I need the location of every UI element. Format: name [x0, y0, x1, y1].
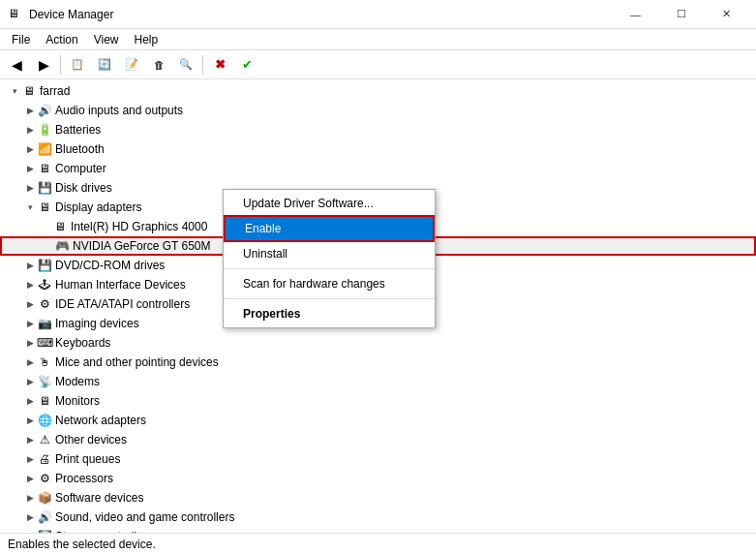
expander-bluetooth[interactable]: ▶ [23, 141, 37, 157]
tree-item-computer[interactable]: ▶🖥Computer [0, 159, 756, 178]
icon-sound: 🔊 [37, 509, 52, 525]
expander-ide[interactable]: ▶ [23, 296, 37, 312]
icon-batteries: 🔋 [37, 122, 52, 138]
label-farrad: farrad [40, 84, 756, 98]
icon-intel: 🖥 [52, 219, 68, 234]
label-processors: Processors [55, 472, 756, 485]
ctx-sep-scan [224, 298, 435, 299]
expander-nvidia [41, 238, 54, 254]
icon-display: 🖥 [37, 200, 52, 215]
tree-item-other[interactable]: ▶⚠Other devices [0, 430, 756, 449]
menu-action[interactable]: Action [38, 31, 85, 48]
icon-nvidia: 🎮 [54, 238, 70, 254]
forward-button[interactable]: ▶ [31, 53, 56, 77]
expander-intel [39, 219, 52, 234]
icon-modems: 📡 [37, 374, 52, 389]
tree-item-farrad[interactable]: ▾🖥farrad [0, 81, 756, 101]
maximize-button[interactable]: ☐ [659, 0, 703, 29]
label-computer: Computer [55, 162, 756, 175]
icon-imaging: 📷 [37, 316, 52, 331]
icon-software: 📦 [37, 490, 52, 506]
icon-dvd: 💾 [37, 258, 52, 273]
expander-software[interactable]: ▶ [23, 490, 37, 506]
toolbar-sep-1 [60, 55, 61, 75]
window-controls: — ☐ ✕ [614, 0, 748, 29]
icon-keyboard: ⌨ [37, 335, 52, 351]
menu-view[interactable]: View [86, 31, 127, 48]
tree-item-sound[interactable]: ▶🔊Sound, video and game controllers [0, 508, 756, 527]
expander-audio[interactable]: ▶ [23, 103, 37, 118]
close-button[interactable]: ✕ [705, 0, 748, 29]
expander-farrad[interactable]: ▾ [8, 83, 21, 99]
title-bar: 🖥 Device Manager — ☐ ✕ [0, 0, 756, 29]
tree-item-mice[interactable]: ▶🖱Mice and other pointing devices [0, 353, 756, 372]
icon-storage: 💽 [37, 529, 52, 533]
ctx-update[interactable]: Update Driver Software... [224, 192, 435, 215]
update-driver-button[interactable]: 🔄 [92, 53, 117, 77]
expander-mice[interactable]: ▶ [23, 354, 37, 370]
status-bar: Enables the selected device. [0, 533, 756, 554]
label-audio: Audio inputs and outputs [55, 104, 756, 117]
tree-item-monitors[interactable]: ▶🖥Monitors [0, 391, 756, 411]
expander-hid[interactable]: ▶ [23, 277, 37, 292]
expander-imaging[interactable]: ▶ [23, 316, 37, 331]
icon-processors: ⚙ [37, 471, 52, 486]
back-button[interactable]: ◀ [4, 53, 29, 77]
menu-help[interactable]: Help [127, 31, 166, 48]
tree-item-bluetooth[interactable]: ▶📶Bluetooth [0, 139, 756, 159]
icon-computer: 🖥 [37, 161, 52, 176]
label-sound: Sound, video and game controllers [55, 510, 756, 524]
menu-bar: FileActionViewHelp [0, 29, 756, 50]
label-mice: Mice and other pointing devices [55, 355, 756, 369]
expander-other[interactable]: ▶ [23, 432, 37, 447]
expander-network[interactable]: ▶ [23, 413, 37, 428]
expander-processors[interactable]: ▶ [23, 471, 37, 486]
tree-item-batteries[interactable]: ▶🔋Batteries [0, 120, 756, 139]
expander-monitors[interactable]: ▶ [23, 393, 37, 409]
icon-disk: 💾 [37, 180, 52, 196]
expander-storage[interactable]: ▶ [23, 529, 37, 533]
icon-audio: 🔊 [37, 103, 52, 118]
expander-keyboard[interactable]: ▶ [23, 335, 37, 351]
ctx-properties[interactable]: Properties [224, 302, 435, 325]
properties-button[interactable]: 📋 [65, 53, 90, 77]
expander-batteries[interactable]: ▶ [23, 122, 37, 138]
tree-item-network[interactable]: ▶🌐Network adapters [0, 411, 756, 430]
label-storage: Storage controllers [55, 530, 756, 533]
expander-display[interactable]: ▾ [23, 200, 37, 215]
context-menu: Update Driver Software...EnableUninstall… [223, 189, 436, 328]
expander-disk[interactable]: ▶ [23, 180, 37, 196]
ctx-uninstall[interactable]: Uninstall [224, 242, 435, 265]
scan-button[interactable]: 🔍 [173, 53, 198, 77]
icon-monitors: 🖥 [37, 393, 52, 409]
ctx-sep-uninstall [224, 268, 435, 269]
app-icon: 🖥 [8, 7, 23, 22]
tree-item-modems[interactable]: ▶📡Modems [0, 372, 756, 391]
tree-item-audio[interactable]: ▶🔊Audio inputs and outputs [0, 101, 756, 120]
tree-item-keyboard[interactable]: ▶⌨Keyboards [0, 333, 756, 353]
expander-modems[interactable]: ▶ [23, 374, 37, 389]
toolbar: ◀ ▶ 📋 🔄 📝 🗑 🔍 ✖ ✔ [0, 50, 756, 79]
enable-button[interactable]: 📝 [119, 53, 144, 77]
tree-item-print[interactable]: ▶🖨Print queues [0, 449, 756, 469]
tree-item-processors[interactable]: ▶⚙Processors [0, 469, 756, 488]
expander-print[interactable]: ▶ [23, 451, 37, 467]
expander-dvd[interactable]: ▶ [23, 258, 37, 273]
window-title: Device Manager [29, 8, 614, 21]
minimize-button[interactable]: — [614, 0, 657, 29]
expander-computer[interactable]: ▶ [23, 161, 37, 176]
red-x-button[interactable]: ✖ [207, 53, 232, 77]
expander-sound[interactable]: ▶ [23, 509, 37, 525]
green-check-button[interactable]: ✔ [234, 53, 259, 77]
label-network: Network adapters [55, 414, 756, 427]
icon-farrad: 🖥 [21, 83, 37, 99]
label-batteries: Batteries [55, 123, 756, 137]
tree-item-storage[interactable]: ▶💽Storage controllers [0, 527, 756, 533]
uninstall-button[interactable]: 🗑 [146, 53, 171, 77]
label-keyboard: Keyboards [55, 336, 756, 350]
ctx-enable[interactable]: Enable [224, 215, 435, 242]
label-modems: Modems [55, 375, 756, 388]
ctx-scan[interactable]: Scan for hardware changes [224, 272, 435, 295]
tree-item-software[interactable]: ▶📦Software devices [0, 488, 756, 508]
menu-file[interactable]: File [4, 31, 38, 48]
